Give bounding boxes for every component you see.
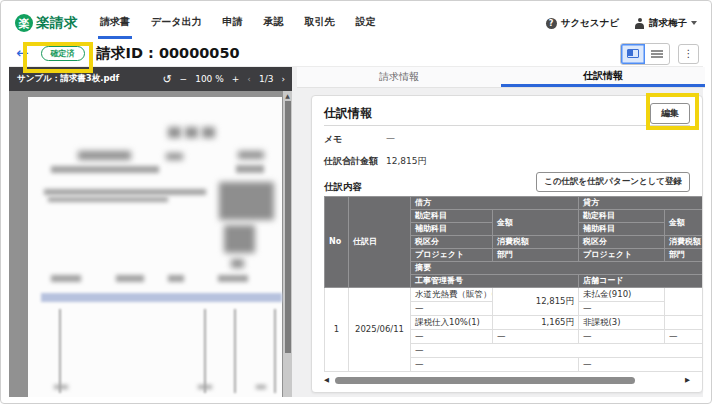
col-header-credit-tax-amount: 消費税額 [665,236,703,249]
pdf-controls: ↺ − 100 % + ‹ 1/3 › [162,74,285,85]
pdf-panel: サンプル：請求書3枚.pdf ↺ − 100 % + ‹ 1/3 › [9,67,292,397]
nav-item-approve[interactable]: 承認 [261,7,285,39]
cell-debit-amount: 12,815円 [493,288,579,316]
table-horizontal-scrollbar: ◀ ▶ [324,376,690,385]
scroll-left-icon[interactable]: ◀ [324,377,329,384]
total-row: 仕訳合計金額 12,815円 [324,155,427,168]
prev-page-button[interactable]: ‹ [247,75,251,84]
cell-debit-tax-class: 課税仕入10%(1) [411,316,493,330]
journal-card: 仕訳情報 編集 メモ — 仕訳合計金額 12,815円 仕訳内容 この仕訳を仕訳… [311,95,703,393]
col-header-debit-tax-amount: 消費税額 [493,236,579,249]
memo-row: メモ — [324,133,395,146]
col-header-debit-account: 勘定科目 [411,210,493,223]
col-header-credit-tax-class: 税区分 [579,236,665,249]
cell-debit-account: 水道光熱費（販管）(0… [411,288,493,302]
success-navi-link[interactable]: ? サクセスナビ [546,17,619,30]
cell-credit-project: — [579,330,665,344]
pdf-scrollbar[interactable]: ▲ [283,91,292,397]
tab-journal-info[interactable]: 仕訳情報 [501,67,705,87]
back-button[interactable]: ← [16,46,29,61]
col-header-debit-department: 部門 [493,249,579,262]
total-label: 仕訳合計金額 [324,155,386,168]
app-logo[interactable]: 楽 楽請求 [15,14,78,32]
app-window: 楽 楽請求 請求書 データ出力 申請 承認 取引先 設定 ? サクセスナビ 請求… [0,0,712,404]
register-pattern-button[interactable]: この仕訳を仕訳パターンとして登録 [536,172,690,192]
cell-credit-sub-account: — [579,302,665,316]
cell-debit-tax-amount: 1,165円 [493,316,579,330]
tab-invoice-info[interactable]: 請求情報 [297,67,501,87]
journal-table: No 仕訳日 借方 貸方 勘定科目 金額 勘定科目 金額 補助科目 補助科目 税… [324,196,702,372]
nav-item-partners[interactable]: 取引先 [302,7,336,39]
cell-credit-tax-class: 非課税(3) [579,316,665,330]
col-header-credit-project: プロジェクト [579,249,665,262]
cell-credit-account: 未払金(910) [579,288,665,302]
pdf-toolbar: サンプル：請求書3枚.pdf ↺ − 100 % + ‹ 1/3 › [9,67,292,91]
nav-item-apply[interactable]: 申請 [220,7,244,39]
col-header-construction-no: 工事管理番号 [411,275,579,288]
nav-item-settings[interactable]: 設定 [353,7,377,39]
col-header-credit-amount: 金額 [665,210,703,236]
more-options-button[interactable]: ⋮ [678,44,699,64]
split-view-icon [627,49,639,58]
memo-label: メモ [324,133,386,146]
col-header-date: 仕訳日 [349,197,411,288]
journal-table-container: No 仕訳日 借方 貸方 勘定科目 金額 勘定科目 金額 補助科目 補助科目 税… [324,196,702,372]
zoom-level: 100 % [195,74,224,84]
list-view-icon [651,50,663,58]
col-header-credit: 貸方 [579,197,703,210]
nav-item-invoices[interactable]: 請求書 [98,7,132,39]
scroll-right-icon[interactable]: ▶ [685,377,690,384]
chevron-down-icon [691,21,697,25]
scrollbar-thumb[interactable] [335,377,635,384]
cell-credit-tax-amount [665,316,703,330]
col-header-summary: 摘要 [411,262,703,275]
scroll-up-icon[interactable]: ▲ [283,92,292,100]
status-badge: 確定済 [41,46,85,61]
cell-credit-amount [665,288,703,316]
split-view-button[interactable] [621,44,645,64]
cell-summary: — [411,344,703,358]
cell-credit-department: — [665,330,703,344]
pdf-page [28,97,282,397]
nav-item-data-export[interactable]: データ出力 [149,7,203,39]
col-header-debit-tax-class: 税区分 [411,236,493,249]
col-header-debit-project: プロジェクト [411,249,493,262]
cell-debit-sub-account: — [411,302,493,316]
col-header-debit: 借方 [411,197,579,210]
col-header-credit-department: 部門 [665,249,703,262]
user-menu[interactable]: 請求梅子 [634,17,697,30]
zoom-out-button[interactable]: − [180,75,188,84]
col-header-store-code: 店舗コード [579,275,703,288]
cell-date: 2025/06/11 [349,288,411,372]
top-navbar: 楽 楽請求 請求書 データ出力 申請 承認 取引先 設定 ? サクセスナビ 請求… [9,7,703,39]
view-toggle [620,43,670,65]
scrollbar-track[interactable] [333,377,681,385]
help-icon: ? [546,18,557,29]
table-row: 1 2025/06/11 水道光熱費（販管）(0… 12,815円 未払金(91… [325,288,703,302]
cell-store-code: — [579,358,703,372]
main-nav: 請求書 データ出力 申請 承認 取引先 設定 [98,7,377,39]
detail-tabs: 請求情報 仕訳情報 [297,67,705,88]
success-navi-label: サクセスナビ [561,17,619,30]
page-header: ← 確定済 請求ID : 00000050 ⋮ [9,41,703,67]
rotate-icon[interactable]: ↺ [162,74,171,85]
col-header-no: No [325,197,349,288]
user-name: 請求梅子 [649,17,687,30]
next-page-button[interactable]: › [281,75,285,84]
user-icon [634,18,645,29]
divider [324,125,690,126]
journal-title: 仕訳情報 [324,105,372,122]
total-value: 12,815円 [386,155,427,168]
cell-debit-project: — [411,330,493,344]
edit-button[interactable]: 編集 [650,103,690,124]
zoom-in-button[interactable]: + [232,75,240,84]
memo-value: — [386,133,395,146]
navbar-right: ? サクセスナビ 請求梅子 [546,17,697,30]
journal-content-label: 仕訳内容 [324,181,362,194]
list-view-button[interactable] [645,44,669,64]
view-controls: ⋮ [620,43,699,65]
col-header-credit-sub-account: 補助科目 [579,223,665,236]
col-header-debit-amount: 金額 [493,210,579,236]
pdf-scrollbar-thumb[interactable] [285,101,291,353]
col-header-credit-account: 勘定科目 [579,210,665,223]
